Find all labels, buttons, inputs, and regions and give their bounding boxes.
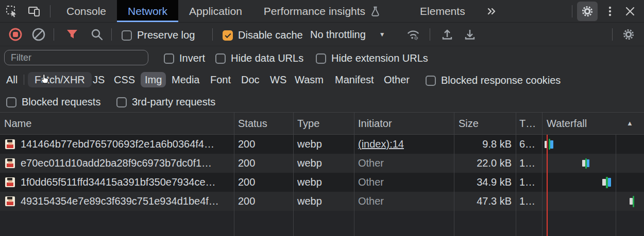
tab-console[interactable]: Console [56,0,117,22]
clear-icon [31,27,46,42]
tab-application[interactable]: Application [178,0,253,22]
invert-label: Invert [179,52,205,64]
export-har-button[interactable] [463,27,477,42]
request-initiator: Other [358,192,384,211]
tab-performance-insights[interactable]: Performance insights [253,0,392,22]
column-header-initiator[interactable]: Initiator [358,113,392,134]
chip-label: JS [93,74,105,85]
tab-elements[interactable]: Elements [409,0,476,22]
type-filter-all[interactable]: All [5,72,19,87]
disable-cache-checkbox[interactable] [223,30,233,41]
type-filter-wasm[interactable]: Wasm [294,72,325,87]
throttling-dropdown[interactable]: No throttling ▼ [310,23,385,46]
request-size: 9.8 kB [454,135,512,154]
search-icon [90,28,104,41]
image-thumbnail-icon [5,177,15,187]
column-header-size[interactable]: Size [459,113,479,134]
preserve-log-checkbox[interactable] [122,30,132,41]
request-size: 47.3 kB [454,192,512,211]
third-party-requests-checkbox[interactable] [116,97,127,107]
filter-button[interactable] [65,27,79,42]
request-status: 200 [238,135,255,154]
close-devtools-button[interactable] [621,4,639,19]
tab-label: Console [66,0,106,22]
column-divider[interactable] [516,113,516,236]
record-network-log-button[interactable] [8,27,23,42]
chip-label: WS [270,74,286,85]
network-conditions-button[interactable] [406,27,420,42]
request-status: 200 [238,154,255,173]
filter-input[interactable] [4,50,148,65]
column-divider[interactable] [354,113,354,236]
tab-label: Performance insights [264,0,365,22]
blocked-requests-label: Blocked requests [22,96,100,108]
column-divider[interactable] [234,113,234,236]
resource-type-filter-bar: All Fetch/XHR JS CSS Img Media Font Doc … [0,69,644,90]
network-settings-button[interactable] [621,27,636,42]
panel-tabs: Console Network Application Performance … [56,0,503,23]
waterfall-dcl-event-line [547,135,548,236]
blocked-requests-control: Blocked requests [6,96,100,108]
request-filter-bar: Blocked requests 3rd-party requests [0,90,644,113]
device-toolbar-button[interactable] [27,4,42,19]
column-divider[interactable] [454,113,454,236]
devtools-tab-bar: Console Network Application Performance … [0,0,644,23]
hide-extension-urls-checkbox[interactable] [316,53,326,64]
device-toolbar-icon [28,5,41,18]
column-divider[interactable] [293,113,294,236]
request-initiator: Other [358,154,384,173]
request-time: 6… [519,135,535,154]
more-tabs-button[interactable] [479,0,503,23]
more-options-menu-button[interactable] [603,4,617,19]
flask-icon [369,5,381,17]
import-har-button[interactable] [440,27,454,42]
type-filter-manifest[interactable]: Manifest [334,72,375,87]
blocked-response-cookies-checkbox[interactable] [426,76,436,86]
request-initiator-link[interactable]: (index):14 [358,135,404,154]
devtools-window: Console Network Application Performance … [0,0,644,236]
type-filter-img[interactable]: Img [141,72,166,87]
inspect-element-button[interactable] [4,4,20,19]
close-icon [624,5,636,17]
disable-cache-label: Disable cache [238,29,303,41]
toolbar-divider [612,28,613,41]
type-filter-media[interactable]: Media [171,72,200,87]
request-name: 493154354e7e89c3f639c751e934d1be4f… [21,192,219,211]
image-thumbnail-icon [5,139,15,149]
type-filter-ws[interactable]: WS [269,72,287,87]
column-header-type[interactable]: Type [297,113,319,134]
type-filter-css[interactable]: CSS [113,72,136,87]
record-icon [8,27,23,42]
double-chevron-right-icon [484,5,498,18]
chip-label: Img [145,74,162,85]
clear-network-log-button[interactable] [31,27,46,42]
waterfall-bar [602,179,606,186]
chip-label: Fetch/XHR [35,74,85,85]
column-header-time[interactable]: T… [519,113,536,134]
waterfall-bar [587,159,589,167]
hide-extension-urls-label: Hide extension URLs [331,52,428,64]
type-filter-doc[interactable]: Doc [240,72,261,87]
vertical-dots-icon [604,5,616,17]
chip-label: Doc [241,74,260,85]
settings-button[interactable] [577,2,598,21]
request-initiator: Other [358,173,384,192]
type-filter-js[interactable]: JS [92,72,106,87]
blocked-requests-checkbox[interactable] [6,97,16,107]
column-header-name[interactable]: Name [4,113,31,134]
search-button[interactable] [90,27,104,42]
type-filter-font[interactable]: Font [209,72,232,87]
invert-checkbox[interactable] [164,53,174,64]
throttling-value: No throttling [310,29,366,41]
tab-label: Network [128,0,167,22]
request-name: e70ec011d10add2ba28f9c6973b7dc0f1… [21,154,212,173]
type-filter-other[interactable]: Other [383,72,411,87]
column-header-waterfall[interactable]: Waterfall [547,113,587,134]
column-header-status[interactable]: Status [238,113,267,134]
tab-network[interactable]: Network [117,0,178,22]
request-time: 1… [519,173,535,192]
request-time: 1… [519,154,535,173]
sort-ascending-icon[interactable]: ▲ [626,113,633,134]
type-filter-fetch-xhr[interactable]: Fetch/XHR [28,72,92,87]
hide-data-urls-checkbox[interactable] [215,53,226,64]
